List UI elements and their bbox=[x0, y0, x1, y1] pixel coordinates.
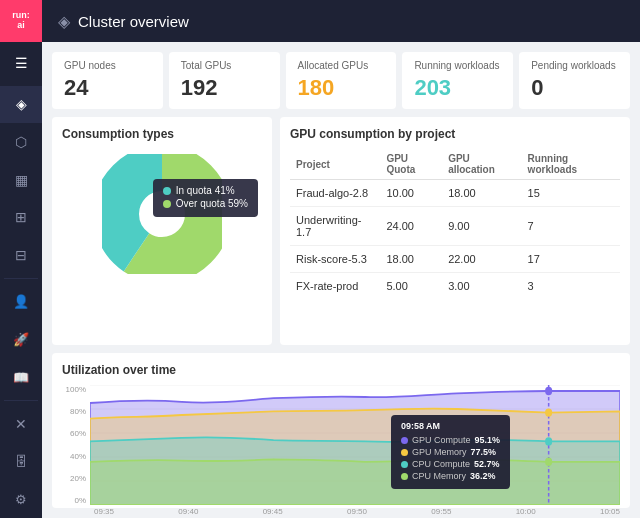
y-label-20: 20% bbox=[62, 474, 86, 483]
col-quota: GPU Quota bbox=[380, 149, 442, 180]
marker-dot-cpu-memory bbox=[545, 458, 552, 466]
stats-row: GPU nodes 24 Total GPUs 192 Allocated GP… bbox=[52, 52, 630, 109]
stat-card-gpu-nodes: GPU nodes 24 bbox=[52, 52, 163, 109]
marker-dot-gpu-memory bbox=[545, 408, 552, 416]
sidebar-item-settings[interactable]: ⚙ bbox=[0, 480, 42, 518]
util-tooltip-dot-cpu-memory bbox=[401, 473, 408, 480]
sidebar-divider-2 bbox=[4, 400, 38, 401]
col-running: Running workloads bbox=[522, 149, 620, 180]
cell-project: Underwriting-1.7 bbox=[290, 207, 380, 246]
util-tooltip-label-gpu-memory: GPU Memory bbox=[412, 447, 467, 457]
consumption-title: Consumption types bbox=[62, 127, 262, 141]
cell-running: 15 bbox=[522, 180, 620, 207]
stat-card-allocated-gpus: Allocated GPUs 180 bbox=[286, 52, 397, 109]
util-tooltip-item-gpu-compute: GPU Compute 95.1% bbox=[401, 435, 500, 445]
sidebar-item-departments[interactable]: ⊟ bbox=[0, 236, 42, 274]
sidebar-item-users[interactable]: 👤 bbox=[0, 283, 42, 321]
y-axis: 100% 80% 60% 40% 20% 0% bbox=[62, 385, 90, 505]
table-row: Underwriting-1.7 24.00 9.00 7 bbox=[290, 207, 620, 246]
middle-row: Consumption types bbox=[52, 117, 630, 345]
marker-dot-gpu-compute bbox=[545, 387, 552, 395]
cell-project: Fraud-algo-2.8 bbox=[290, 180, 380, 207]
x-label-1005: 10:05 bbox=[600, 507, 620, 516]
util-tooltip-dot-gpu-memory bbox=[401, 449, 408, 456]
area-cpu-memory bbox=[90, 459, 620, 505]
sidebar-item-hamburger[interactable]: ☰ bbox=[0, 44, 42, 82]
utilization-chart-area: 100% 80% 60% 40% 20% 0% bbox=[62, 385, 620, 505]
sidebar-divider-1 bbox=[4, 278, 38, 279]
page-title: Cluster overview bbox=[78, 13, 189, 30]
sidebar-item-deployments[interactable]: 🚀 bbox=[0, 321, 42, 359]
util-tooltip-val-cpu-compute: 52.7% bbox=[474, 459, 500, 469]
x-label-0935: 09:35 bbox=[94, 507, 114, 516]
cell-running: 17 bbox=[522, 246, 620, 273]
marker-dot-cpu-compute bbox=[545, 437, 552, 445]
y-label-100: 100% bbox=[62, 385, 86, 394]
table-row: Fraud-algo-2.8 10.00 18.00 15 bbox=[290, 180, 620, 207]
util-tooltip: 09:58 AM GPU Compute 95.1% GPU Memory 77… bbox=[391, 415, 510, 489]
sidebar-item-nodes[interactable]: ⬡ bbox=[0, 123, 42, 161]
gpu-table-card: GPU consumption by project Project GPU Q… bbox=[280, 117, 630, 345]
util-tooltip-item-cpu-memory: CPU Memory 36.2% bbox=[401, 471, 500, 481]
x-label-1000: 10:00 bbox=[516, 507, 536, 516]
col-project: Project bbox=[290, 149, 380, 180]
main-content: ◈ Cluster overview GPU nodes 24 Total GP… bbox=[42, 0, 640, 518]
tooltip-dot-in-quota bbox=[163, 187, 171, 195]
utilization-title: Utilization over time bbox=[62, 363, 620, 377]
stat-value-allocated-gpus: 180 bbox=[298, 75, 385, 101]
app-logo[interactable]: run:ai bbox=[0, 0, 42, 42]
table-header-row: Project GPU Quota GPU allocation Running… bbox=[290, 149, 620, 180]
stat-label-running-workloads: Running workloads bbox=[414, 60, 501, 71]
gpu-table-body: Fraud-algo-2.8 10.00 18.00 15 Underwriti… bbox=[290, 180, 620, 300]
cell-project: Risk-score-5.3 bbox=[290, 246, 380, 273]
pie-container: In quota 41% Over quota 59% bbox=[62, 149, 262, 279]
content-area: GPU nodes 24 Total GPUs 192 Allocated GP… bbox=[42, 42, 640, 518]
cell-quota: 10.00 bbox=[380, 180, 442, 207]
tooltip-dot-over-quota bbox=[163, 200, 171, 208]
stat-label-total-gpus: Total GPUs bbox=[181, 60, 268, 71]
util-tooltip-label-cpu-compute: CPU Compute bbox=[412, 459, 470, 469]
x-label-0955: 09:55 bbox=[431, 507, 451, 516]
sidebar-item-storage[interactable]: 🗄 bbox=[0, 443, 42, 481]
cell-project: FX-rate-prod bbox=[290, 273, 380, 300]
sidebar-item-projects[interactable]: ⊞ bbox=[0, 199, 42, 237]
cell-running: 7 bbox=[522, 207, 620, 246]
tooltip-label-over-quota: Over quota 59% bbox=[176, 198, 248, 209]
stat-value-pending-workloads: 0 bbox=[531, 75, 618, 101]
cell-running: 3 bbox=[522, 273, 620, 300]
sidebar-item-cluster[interactable]: ◈ bbox=[0, 86, 42, 124]
util-tooltip-dot-gpu-compute bbox=[401, 437, 408, 444]
tooltip-item-in-quota: In quota 41% bbox=[163, 185, 248, 196]
stat-label-pending-workloads: Pending workloads bbox=[531, 60, 618, 71]
stat-card-running-workloads: Running workloads 203 bbox=[402, 52, 513, 109]
sidebar: run:ai ☰ ◈ ⬡ ▦ ⊞ ⊟ 👤 🚀 📖 ✕ 🗄 ⚙ bbox=[0, 0, 42, 518]
x-label-0940: 09:40 bbox=[178, 507, 198, 516]
table-row: Risk-score-5.3 18.00 22.00 17 bbox=[290, 246, 620, 273]
stat-value-running-workloads: 203 bbox=[414, 75, 501, 101]
col-allocation: GPU allocation bbox=[442, 149, 521, 180]
util-tooltip-val-gpu-memory: 77.5% bbox=[470, 447, 496, 457]
cell-quota: 24.00 bbox=[380, 207, 442, 246]
sidebar-item-integrations[interactable]: ✕ bbox=[0, 405, 42, 443]
chart-area: 09:58 AM GPU Compute 95.1% GPU Memory 77… bbox=[90, 385, 620, 505]
x-axis: 09:35 09:40 09:45 09:50 09:55 10:00 10:0… bbox=[94, 507, 620, 516]
sidebar-item-workloads[interactable]: ▦ bbox=[0, 161, 42, 199]
consumption-card: Consumption types bbox=[52, 117, 272, 345]
util-tooltip-label-cpu-memory: CPU Memory bbox=[412, 471, 466, 481]
y-label-80: 80% bbox=[62, 407, 86, 416]
tooltip-item-over-quota: Over quota 59% bbox=[163, 198, 248, 209]
y-label-40: 40% bbox=[62, 452, 86, 461]
stat-value-gpu-nodes: 24 bbox=[64, 75, 151, 101]
cell-allocation: 3.00 bbox=[442, 273, 521, 300]
header: ◈ Cluster overview bbox=[42, 0, 640, 42]
utilization-svg bbox=[90, 385, 620, 505]
pie-tooltip: In quota 41% Over quota 59% bbox=[153, 179, 258, 217]
gpu-table: Project GPU Quota GPU allocation Running… bbox=[290, 149, 620, 299]
stat-value-total-gpus: 192 bbox=[181, 75, 268, 101]
sidebar-item-reports[interactable]: 📖 bbox=[0, 358, 42, 396]
stat-label-gpu-nodes: GPU nodes bbox=[64, 60, 151, 71]
stat-label-allocated-gpus: Allocated GPUs bbox=[298, 60, 385, 71]
cell-allocation: 9.00 bbox=[442, 207, 521, 246]
y-label-60: 60% bbox=[62, 429, 86, 438]
util-tooltip-time: 09:58 AM bbox=[401, 421, 500, 431]
